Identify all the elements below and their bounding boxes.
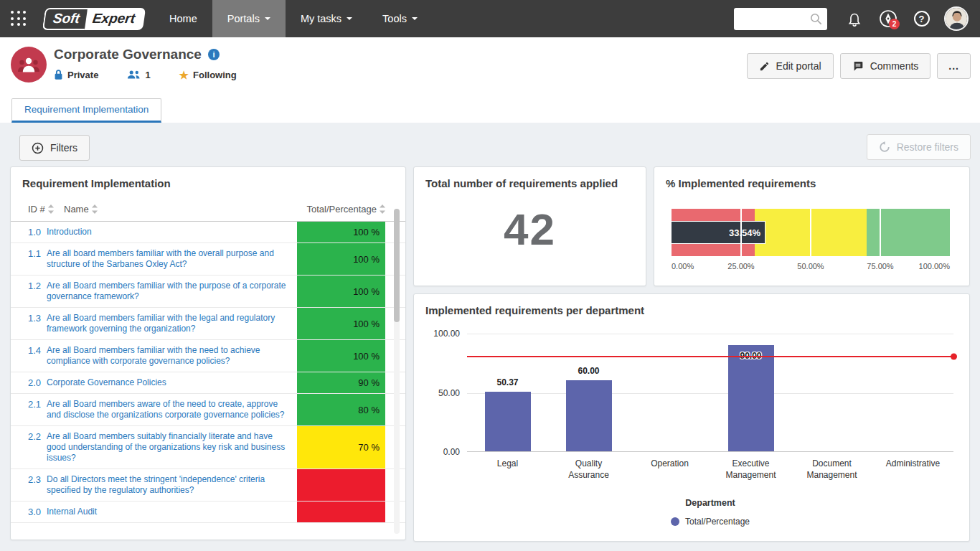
row-percentage-cell: 100 % [297, 243, 385, 275]
total-requirements-value: 42 [414, 204, 646, 255]
following-indicator[interactable]: ★ Following [179, 70, 237, 80]
row-name-link[interactable]: Do all Directors meet the stringent 'ind… [47, 469, 297, 501]
members-indicator[interactable]: 1 [127, 70, 150, 80]
row-name-link[interactable]: Are all Board members familiar with the … [47, 276, 297, 307]
chevron-down-icon [347, 17, 352, 20]
tasks-badge: 2 [889, 19, 900, 29]
gauge-tick-label: 0.00% [672, 262, 694, 270]
column-header-id[interactable]: ID # [28, 204, 64, 215]
edit-portal-label: Edit portal [776, 60, 821, 72]
row-id-link[interactable]: 1.2 [11, 276, 47, 307]
filters-button[interactable]: Filters [19, 135, 90, 161]
softexpert-logo[interactable]: Soft Expert [42, 8, 146, 30]
row-percentage-cell: 70 % [297, 426, 385, 468]
content-area: Filters Restore filters Requirement Impl… [0, 123, 980, 551]
row-name-link[interactable]: Introduction [47, 222, 297, 242]
row-name-link[interactable]: Internal Audit [47, 501, 297, 522]
chart-x-tick-label: Legal [467, 458, 548, 481]
row-name-link[interactable]: Are all Board members familiar with the … [47, 308, 297, 339]
chart-legend-item[interactable]: Total/Percentage [467, 517, 953, 527]
table-row: 1.0Introduction100 % [11, 222, 405, 243]
portal-avatar [11, 47, 47, 83]
chart-axis-title: Department [467, 498, 953, 508]
row-id-link[interactable]: 1.0 [11, 222, 47, 242]
row-id-link[interactable]: 2.1 [11, 394, 47, 425]
row-name-link[interactable]: Are all Board members suitably financial… [47, 426, 297, 468]
chart-bars: 50.3760.0090.00 [467, 334, 953, 451]
gauge-panel-title: % Implemented requirements [654, 167, 969, 194]
table-row: 1.4Are all Board members familiar with t… [11, 340, 405, 372]
nav-item-portals[interactable]: Portals [212, 0, 286, 37]
row-id-link[interactable]: 1.3 [11, 308, 47, 339]
portal-header: Corporate Governance i Private 1 ★ Follo… [0, 37, 980, 97]
sort-icon [48, 204, 54, 214]
notifications-button[interactable] [837, 0, 871, 37]
row-id-link[interactable]: 2.0 [11, 372, 47, 393]
gauge-separator [810, 209, 811, 256]
row-name-link[interactable]: Are all Board members aware of the need … [47, 394, 297, 425]
gauge-separator [880, 209, 881, 256]
row-id-link[interactable]: 2.2 [11, 426, 47, 468]
nav-item-home[interactable]: Home [154, 0, 212, 37]
row-name-link[interactable]: Are all board members familiar with the … [47, 243, 297, 275]
column-header-name[interactable]: Name [64, 204, 297, 215]
row-name-link[interactable]: Corporate Governance Policies [47, 372, 297, 393]
chart-bar-slot [791, 334, 872, 451]
members-count: 1 [145, 70, 150, 80]
nav-item-my-tasks[interactable]: My tasks [286, 0, 367, 37]
bell-icon [847, 11, 862, 27]
info-icon[interactable]: i [208, 49, 220, 60]
nav-item-tools[interactable]: Tools [367, 0, 433, 37]
table-row: 1.3Are all Board members familiar with t… [11, 308, 405, 340]
row-percentage-cell: 100 % [297, 222, 385, 242]
requirements-table-body: 1.0Introduction100 %1.1Are all board mem… [11, 222, 405, 523]
sort-icon [92, 204, 98, 214]
row-id-link[interactable]: 3.0 [11, 501, 47, 522]
user-avatar[interactable] [944, 6, 969, 31]
gauge-value-bar: 33.54% [672, 222, 765, 243]
restore-filters-label: Restore filters [897, 141, 958, 153]
chart-panel-title: Implemented requirements per department [414, 294, 969, 321]
chevron-down-icon [265, 17, 270, 20]
row-percentage-cell: 100 % [297, 340, 385, 372]
row-id-link[interactable]: 1.1 [11, 243, 47, 275]
privacy-label: Private [67, 70, 98, 80]
pencil-icon [759, 61, 770, 72]
bar-value-label: 50.37 [496, 377, 518, 387]
star-icon: ★ [179, 70, 189, 80]
target-dot-icon [951, 354, 957, 360]
chart-bar [566, 380, 612, 451]
nav-item-label: My tasks [301, 13, 341, 24]
total-requirements-panel: Total number of requirements applied 42 [413, 166, 646, 286]
edit-portal-button[interactable]: Edit portal [747, 53, 834, 79]
comments-button[interactable]: Comments [840, 53, 931, 79]
apps-grid-icon[interactable] [11, 11, 27, 27]
chart-y-tick-label: 100.00 [433, 329, 460, 339]
nav-item-label: Tools [382, 13, 407, 24]
pending-tasks-button[interactable]: 2 [871, 0, 905, 37]
department-chart-panel: Implemented requirements per department … [413, 293, 970, 542]
global-search [734, 8, 827, 30]
search-icon[interactable] [809, 12, 823, 26]
table-row: 2.3Do all Directors meet the stringent '… [11, 469, 405, 501]
row-percentage-cell: 100 % [297, 276, 385, 307]
gauge-tick-label: 50.00% [797, 262, 824, 270]
members-icon [127, 70, 141, 80]
row-name-link[interactable]: Are all Board members familiar with the … [47, 340, 297, 372]
gauge-tick-label: 100.00% [919, 262, 950, 270]
row-id-link[interactable]: 1.4 [11, 340, 47, 372]
tab-requirement-implementation[interactable]: Requirement Implementation [11, 98, 161, 123]
table-scrollbar-thumb[interactable] [394, 209, 400, 322]
row-percentage-cell [297, 469, 385, 501]
portal-meta: Private 1 ★ Following [54, 69, 237, 80]
help-button[interactable]: ? [905, 0, 938, 37]
chart-x-tick-label: Executive Management [710, 458, 791, 481]
column-header-total-percentage[interactable]: Total/Percentage [297, 204, 385, 215]
more-options-button[interactable]: ... [937, 53, 971, 79]
chart-y-tick-label: 0.00 [443, 447, 460, 457]
privacy-indicator: Private [54, 69, 98, 80]
row-id-link[interactable]: 2.3 [11, 469, 47, 501]
chart-target-line [467, 356, 953, 357]
restore-filters-button[interactable]: Restore filters [867, 134, 971, 160]
table-panel-title: Requirement Implementation [11, 167, 405, 194]
